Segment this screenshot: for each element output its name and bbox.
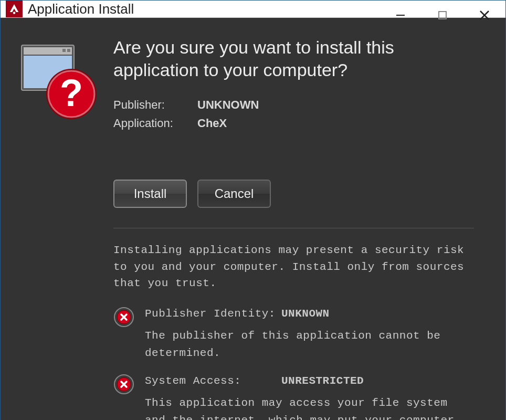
publisher-value: UNKNOWN	[197, 96, 259, 114]
air-app-icon	[6, 1, 23, 17]
application-label: Application:	[113, 114, 197, 132]
dialog-heading: Are you sure you want to install this ap…	[113, 36, 474, 81]
error-icon	[113, 307, 134, 328]
risk-detail: The publisher of this application cannot…	[145, 328, 474, 362]
risk-label: Publisher Identity:	[145, 306, 281, 323]
risk-body: System Access: UNRESTRICTED This applica…	[145, 373, 474, 420]
content-column: Are you sure you want to install this ap…	[113, 36, 474, 420]
install-button[interactable]: Install	[113, 180, 187, 208]
risk-item-system-access: System Access: UNRESTRICTED This applica…	[113, 373, 474, 420]
close-button[interactable]	[463, 1, 505, 30]
divider	[113, 228, 474, 228]
application-row: Application: CheX	[113, 114, 474, 132]
risk-item-publisher: Publisher Identity: UNKNOWN The publishe…	[113, 306, 474, 362]
button-row: Install Cancel	[113, 180, 474, 208]
svg-point-0	[13, 12, 16, 14]
install-dialog-window: Application Install	[0, 0, 506, 420]
risk-detail: This application may access your file sy…	[145, 395, 474, 420]
info-table: Publisher: UNKNOWN Application: CheX	[113, 96, 474, 132]
security-warning-text: Installing applications may present a se…	[113, 242, 474, 292]
risk-label: System Access:	[145, 373, 281, 390]
risk-body: Publisher Identity: UNKNOWN The publishe…	[145, 306, 474, 362]
icon-column: ?	[16, 36, 113, 420]
publisher-label: Publisher:	[113, 96, 197, 114]
svg-text:?: ?	[60, 72, 83, 114]
dialog-body: ? Are you sure you want to install this …	[1, 18, 505, 420]
maximize-button[interactable]	[421, 1, 463, 30]
window-controls	[380, 1, 505, 30]
svg-rect-8	[62, 49, 66, 52]
svg-rect-9	[67, 49, 70, 52]
risk-value: UNRESTRICTED	[281, 373, 364, 390]
install-warning-icon: ?	[16, 39, 100, 123]
cancel-button[interactable]: Cancel	[197, 180, 271, 208]
publisher-row: Publisher: UNKNOWN	[113, 96, 474, 114]
titlebar[interactable]: Application Install	[1, 1, 505, 18]
window-title: Application Install	[28, 1, 134, 17]
svg-rect-2	[439, 12, 446, 19]
error-icon	[113, 374, 134, 395]
application-value: CheX	[197, 114, 227, 132]
risk-value: UNKNOWN	[281, 306, 330, 323]
minimize-button[interactable]	[380, 1, 421, 30]
